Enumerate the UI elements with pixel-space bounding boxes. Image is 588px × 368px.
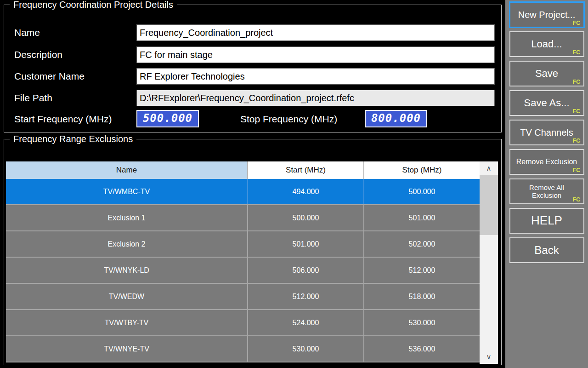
column-header-start[interactable]: Start (MHz)	[247, 161, 363, 179]
new-project-button[interactable]: New Project... FC	[509, 2, 584, 28]
save-as-button[interactable]: Save As... FC	[509, 90, 584, 116]
exclusions-table: Name Start (MHz) Stop (MHz) TV/WMBC-TV 4…	[6, 161, 498, 364]
table-scrollbar[interactable]: ∧ ∨	[480, 161, 498, 364]
fc-tag: FC	[572, 167, 580, 173]
table-row[interactable]: TV/WTBY-TV 524.000 530.000	[6, 310, 480, 336]
customer-name-field[interactable]	[136, 68, 495, 85]
back-button[interactable]: Back	[509, 237, 584, 263]
fc-tag: FC	[572, 196, 580, 203]
fc-tag: FC	[572, 108, 580, 115]
name-field[interactable]	[136, 24, 495, 41]
table-row[interactable]: TV/WMBC-TV 494.000 500.000	[6, 179, 480, 205]
help-button[interactable]: HELP	[509, 208, 584, 234]
fc-tag: FC	[572, 49, 580, 56]
table-body: TV/WMBC-TV 494.000 500.000 Exclusion 1 5…	[6, 179, 480, 362]
frequency-exclusions-title: Frequency Range Exclusions	[10, 133, 136, 145]
table-row[interactable]: TV/WNYK-LD 506.000 512.000	[6, 258, 480, 284]
customer-name-label: Customer Name	[14, 68, 85, 85]
remove-all-exclusion-button[interactable]: Remove All Exclusion FC	[509, 178, 584, 204]
file-path-label: File Path	[14, 90, 52, 106]
column-header-name[interactable]: Name	[6, 161, 247, 179]
project-details-groupbox: Frequency Coordination Project Details N…	[4, 5, 502, 132]
form-field-row: Customer Name	[4, 68, 501, 85]
project-details-title: Frequency Coordination Project Details	[10, 0, 177, 11]
stop-frequency-label: Stop Frequency (MHz)	[240, 110, 337, 128]
form-field-row: File Path	[4, 90, 501, 106]
table-header-row: Name Start (MHz) Stop (MHz)	[6, 161, 498, 179]
scroll-up-icon[interactable]: ∧	[480, 162, 498, 174]
fc-tag: FC	[572, 137, 580, 144]
scroll-down-icon[interactable]: ∨	[480, 351, 498, 363]
description-label: Description	[14, 46, 62, 63]
table-row[interactable]: Exclusion 1 500.000 501.000	[6, 205, 480, 231]
stop-frequency-display[interactable]: 800.000	[365, 110, 427, 127]
description-field[interactable]	[136, 46, 495, 63]
frequency-range-row: Start Frequency (MHz) 500.000 Stop Frequ…	[4, 110, 501, 128]
start-frequency-display[interactable]: 500.000	[136, 110, 199, 127]
name-label: Name	[14, 24, 40, 41]
table-row[interactable]: Exclusion 2 501.000 502.000	[6, 231, 480, 258]
fc-tag: FC	[572, 19, 580, 26]
table-row[interactable]: TV/WEDW 512.000 518.000	[6, 284, 480, 310]
fc-tag: FC	[572, 78, 580, 85]
save-button[interactable]: Save FC	[509, 61, 584, 86]
remove-exclusion-button[interactable]: Remove Exclusion FC	[509, 149, 584, 175]
form-field-row: Description	[4, 46, 501, 63]
frequency-exclusions-groupbox: Frequency Range Exclusions Name Start (M…	[4, 139, 502, 365]
form-field-row: Name	[4, 24, 501, 41]
tv-channels-button[interactable]: TV Channels FC	[509, 120, 584, 145]
file-path-field[interactable]	[136, 90, 495, 106]
column-header-stop[interactable]: Stop (MHz)	[363, 161, 480, 179]
sidebar: New Project... FC Load... FC Save FC Sav…	[505, 0, 588, 368]
table-row[interactable]: TV/WNYE-TV 530.000 536.000	[6, 336, 480, 362]
scrollbar-thumb[interactable]	[480, 175, 498, 235]
start-frequency-label: Start Frequency (MHz)	[14, 110, 112, 128]
load-button[interactable]: Load... FC	[509, 31, 584, 57]
